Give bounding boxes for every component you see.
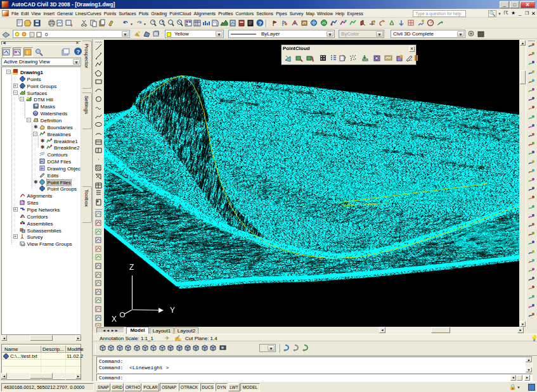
svg-text:?: ? — [77, 49, 81, 55]
svg-text:?: ? — [259, 20, 262, 27]
svg-text:0: 0 — [45, 32, 48, 37]
svg-text:!: ! — [27, 50, 29, 56]
